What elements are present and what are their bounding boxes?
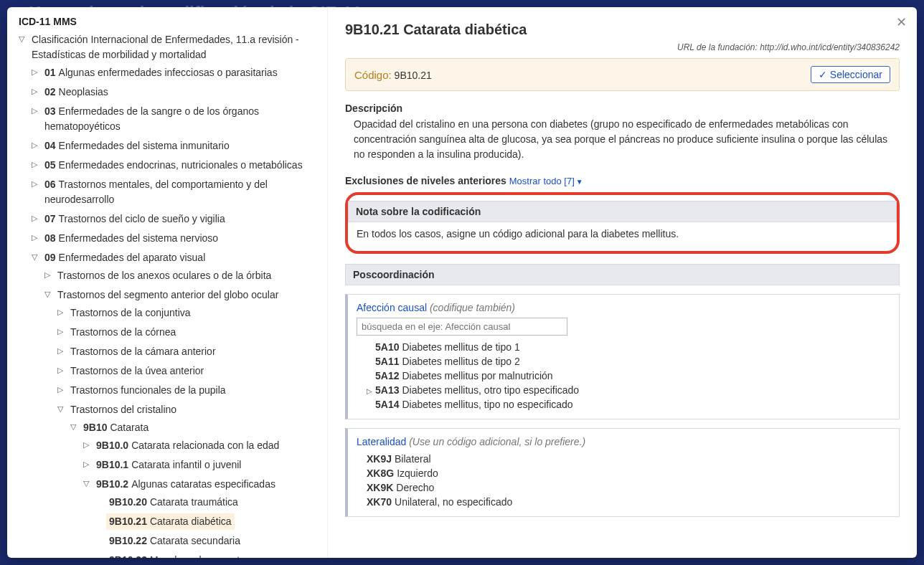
detail-pane: 9B10.21 Catarata diabética URL de la fun… — [328, 7, 917, 558]
coding-note-text: En todos los casos, asigne un código adi… — [348, 222, 897, 245]
close-icon[interactable]: ✕ — [896, 16, 907, 29]
tree-item[interactable]: Trastornos de la cámara anterior — [67, 343, 219, 360]
axis-item[interactable]: 5A14Diabetes mellitus, tipo no especific… — [367, 397, 890, 412]
tree-title: ICD-11 MMS — [19, 16, 327, 27]
tree-item[interactable]: 04Enfermedades del sistema inmunitario — [42, 138, 232, 154]
tree-root[interactable]: Clasificación Internacional de Enfermeda… — [29, 32, 327, 63]
description-heading: Descripción — [345, 103, 900, 114]
tree-expand-icon[interactable]: ▽ — [83, 476, 93, 490]
tree-expand-icon[interactable]: ▽ — [32, 250, 42, 263]
tree-expand-icon[interactable]: ▷ — [57, 324, 67, 338]
tree-item[interactable]: Trastornos de la úvea anterior — [67, 363, 207, 379]
tree-item[interactable]: 01Algunas enfermedades infecciosas o par… — [42, 65, 280, 81]
tree-expand-icon[interactable]: ▽ — [70, 419, 80, 433]
tree-item[interactable]: 9B10.20Catarata traumática — [106, 494, 241, 511]
axis-laterality-title[interactable]: Lateralidad — [357, 436, 406, 447]
code-value: 9B10.21 — [395, 70, 432, 81]
entity-title: 9B10.21 Catarata diabética — [345, 22, 900, 38]
axis-item[interactable]: 5A12Diabetes mellitus por malnutrición — [367, 369, 890, 383]
tree-item[interactable]: 03Enfermedades de la sangre o de los órg… — [42, 103, 327, 135]
axis-item[interactable]: XK9KDerecho — [367, 480, 890, 495]
tree-expand-icon[interactable]: ▷ — [32, 138, 42, 151]
tree-item[interactable]: 06Trastornos mentales, del comportamient… — [42, 176, 327, 208]
code-label: Código: — [354, 69, 392, 81]
axis-causal-title[interactable]: Afección causal — [357, 302, 427, 313]
tree-expand-icon[interactable] — [96, 513, 106, 515]
tree-item[interactable]: Trastornos del cristalino — [67, 402, 179, 418]
postcoordination-heading: Poscoordinación — [345, 264, 900, 285]
tree-item[interactable]: Trastornos del segmento anterior del glo… — [55, 287, 281, 303]
axis-laterality-hint: (Use un código adicional, si lo prefiere… — [409, 436, 585, 447]
description-text: Opacidad del cristalino en una persona c… — [345, 117, 900, 162]
axis-item[interactable]: XK70Unilateral, no especificado — [367, 495, 890, 509]
tree-item[interactable]: 08Enfermedades del sistema nervioso — [42, 230, 221, 247]
tree-expand-icon[interactable]: ▷ — [57, 382, 67, 396]
exclusions-show-all-link[interactable]: Mostrar todo [7]▼ — [509, 176, 583, 186]
axis-item[interactable]: ▷5A13Diabetes mellitus, otro tipo especi… — [367, 383, 890, 397]
code-box: Código: 9B10.21 ✓ Seleccionar — [345, 58, 900, 91]
tree-expand-icon[interactable]: ▷ — [57, 305, 67, 318]
tree-expand-icon[interactable]: ▷ — [32, 103, 42, 117]
tree-expand-icon[interactable]: ▷ — [57, 343, 67, 357]
axis-causal: Afección causal (codifique también) 5A10… — [345, 294, 900, 419]
tree-item[interactable]: Trastornos funcionales de la pupila — [67, 382, 229, 399]
tree-item[interactable]: 09Enfermedades del aparato visual — [42, 250, 208, 266]
tree-item[interactable]: 9B10.23Manchas glaucomatosas subcapsular… — [106, 552, 327, 558]
coding-note-highlight: Nota sobre la codificación En todos los … — [345, 192, 900, 254]
tree-expand-icon[interactable]: ▷ — [83, 457, 93, 470]
tree-expand-icon[interactable]: ▷ — [32, 65, 42, 78]
tree-item[interactable]: 9B10.1Catarata infantil o juvenil — [93, 457, 244, 473]
select-button[interactable]: ✓ Seleccionar — [811, 66, 890, 83]
tree-expand-icon[interactable] — [96, 552, 106, 554]
axis-item[interactable]: 5A11Diabetes mellitus de tipo 2 — [367, 354, 890, 369]
tree-item[interactable]: 9B10.2Algunas cataratas especificadas — [93, 476, 278, 493]
hierarchy-tree-pane[interactable]: ICD-11 MMS ▽ Clasificación Internacional… — [7, 7, 328, 558]
tree-expand-icon[interactable]: ▷ — [32, 211, 42, 224]
tree-item[interactable]: Trastornos de los anexos oculares o de l… — [55, 267, 274, 284]
foundation-url: URL de la fundación: http://id.who.int/i… — [345, 42, 900, 52]
tree-expand-icon[interactable]: ▷ — [57, 363, 67, 376]
tree-expand-icon[interactable]: ▷ — [83, 437, 93, 451]
coding-note-heading: Nota sobre la codificación — [348, 201, 897, 222]
tree-expand-icon[interactable]: ▷ — [32, 176, 42, 190]
tree-collapse-icon[interactable]: ▽ — [19, 32, 29, 45]
axis-causal-hint: (codifique también) — [430, 302, 515, 313]
tree-expand-icon[interactable]: ▷ — [44, 267, 55, 281]
tree-item[interactable]: 9B10.0Catarata relacionada con la edad — [93, 437, 282, 454]
tree-item[interactable]: 05Enfermedades endocrinas, nutricionales… — [42, 157, 306, 174]
tree-item[interactable]: 9B10.21Catarata diabética — [106, 513, 235, 530]
tree-expand-icon[interactable]: ▽ — [44, 287, 55, 300]
tree-item[interactable]: 02Neoplasias — [42, 84, 111, 100]
tree-item[interactable]: Trastornos de la córnea — [67, 324, 179, 341]
axis-item[interactable]: XK8GIzquierdo — [367, 466, 890, 480]
exclusions-heading: Exclusiones de niveles anteriores — [345, 175, 506, 186]
tree-expand-icon[interactable]: ▷ — [32, 230, 42, 244]
tree-expand-icon[interactable] — [96, 533, 106, 534]
tree-expand-icon[interactable]: ▽ — [57, 402, 67, 415]
tree-expand-icon[interactable]: ▷ — [32, 157, 42, 171]
axis-laterality: Lateralidad (Use un código adicional, si… — [345, 428, 900, 517]
axis-item[interactable]: XK9JBilateral — [367, 452, 890, 466]
tree-item[interactable]: Trastornos de la conjuntiva — [67, 305, 194, 321]
axis-item[interactable]: 5A10Diabetes mellitus de tipo 1 — [367, 340, 890, 354]
tree-item[interactable]: 9B10Catarata — [80, 419, 151, 436]
detail-modal: ✕ ICD-11 MMS ▽ Clasificación Internacion… — [7, 7, 917, 558]
tree-item[interactable]: 07Trastornos del ciclo de sueño y vigili… — [42, 211, 228, 227]
axis-causal-search-input[interactable] — [357, 318, 567, 336]
tree-item[interactable]: 9B10.22Catarata secundaria — [106, 533, 243, 549]
tree-expand-icon[interactable]: ▷ — [32, 84, 42, 98]
tree-expand-icon[interactable] — [96, 494, 106, 495]
